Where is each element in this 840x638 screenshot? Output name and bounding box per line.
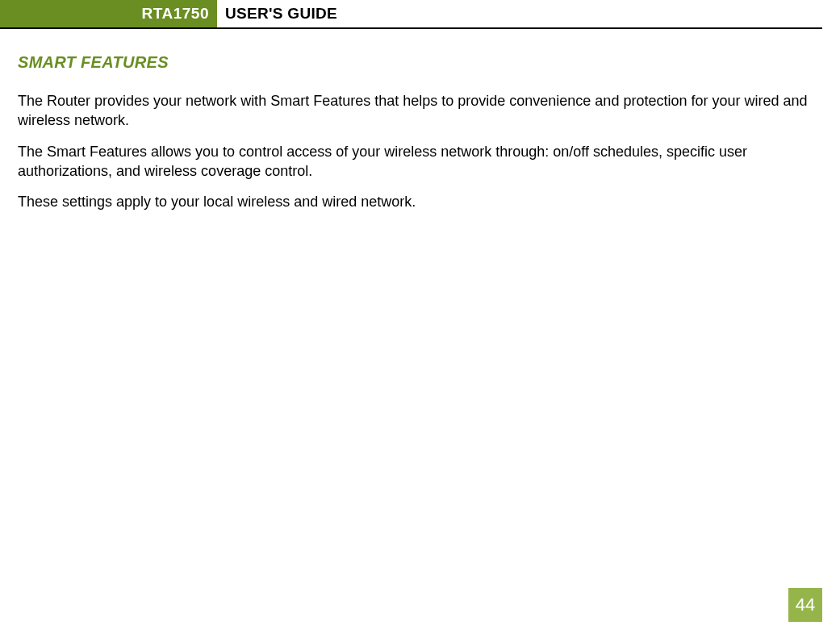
body-paragraph: These settings apply to your local wirel… (18, 192, 822, 211)
document-header: RTA1750 USER'S GUIDE (0, 0, 822, 29)
model-badge: RTA1750 (0, 0, 217, 27)
section-heading: SMART FEATURES (18, 53, 822, 72)
page-number: 44 (788, 588, 822, 622)
page-content: SMART FEATURES The Router provides your … (0, 29, 840, 211)
body-paragraph: The Router provides your network with Sm… (18, 91, 822, 131)
page-number-value: 44 (796, 594, 815, 615)
body-paragraph: The Smart Features allows you to control… (18, 142, 822, 181)
model-label: RTA1750 (142, 5, 209, 23)
document-title: USER'S GUIDE (217, 0, 337, 27)
